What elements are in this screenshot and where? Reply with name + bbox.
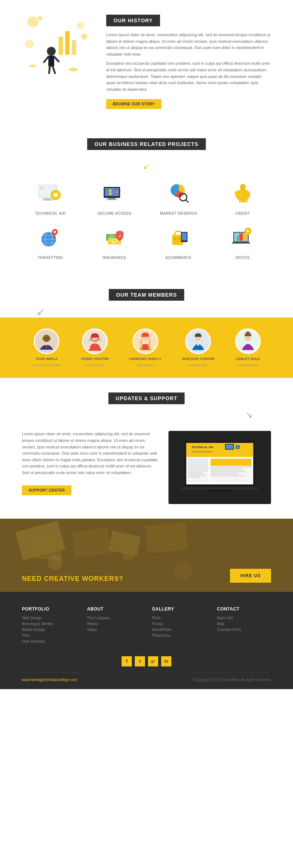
footer-link-company[interactable]: The Company bbox=[87, 616, 141, 620]
projects-grid: TECHNICAL AID SECURE bbox=[22, 179, 271, 260]
footer-col-gallery: GALLERY Flickr Picasa iStockPhoto PhotoD… bbox=[152, 606, 206, 645]
svg-point-3 bbox=[25, 40, 34, 48]
svg-point-135 bbox=[123, 550, 134, 561]
svg-rect-114 bbox=[188, 459, 208, 469]
office-icon bbox=[228, 223, 257, 252]
market-research-label: MARKET RESERCH bbox=[160, 211, 197, 215]
footer-about-title: ABOUT bbox=[87, 606, 141, 612]
social-linkedin[interactable]: in bbox=[161, 656, 171, 666]
project-ecommerce: ECOMMERCE bbox=[150, 223, 207, 260]
creative-banner-text: NEED CREATIVE WORKERS? bbox=[22, 575, 123, 583]
credit-label: CREDIT bbox=[235, 211, 250, 215]
svg-rect-125 bbox=[211, 475, 244, 477]
svg-point-134 bbox=[48, 555, 62, 570]
footer-link-photodune[interactable]: PhotoDune bbox=[152, 634, 206, 638]
svg-point-28 bbox=[109, 189, 112, 192]
targeting-label: TARGETTING bbox=[38, 256, 63, 260]
member-1-name: PENNY HUSTON bbox=[81, 357, 109, 361]
footer-link-mobile[interactable]: Mobile Design bbox=[22, 628, 76, 632]
svg-rect-38 bbox=[244, 200, 245, 203]
footer-col-about: ABOUT The Company History Vision bbox=[87, 606, 141, 645]
footer-link-history[interactable]: History bbox=[87, 622, 141, 626]
project-targeting: TARGETTING bbox=[22, 223, 79, 260]
updates-text: Lorem ipsum dolor sit amet, consectetur … bbox=[22, 431, 157, 504]
svg-rect-6 bbox=[65, 31, 70, 55]
browse-story-button[interactable]: BROWSE OUR STORY bbox=[106, 99, 162, 109]
project-office: OFFICE bbox=[214, 223, 271, 260]
team-title: OUR TEAM MEMBERS bbox=[109, 289, 184, 301]
svg-text:✓: ✓ bbox=[118, 234, 121, 238]
avatar-sheldon-copper bbox=[185, 328, 211, 354]
member-4-name: ASHLEY DOLE bbox=[235, 357, 260, 361]
svg-rect-126 bbox=[181, 487, 259, 490]
member-4-role: MANAGEMENT bbox=[237, 364, 259, 367]
footer-link-map[interactable]: Map bbox=[217, 622, 271, 626]
footer-link-branding[interactable]: Branding & Identity bbox=[22, 622, 76, 626]
footer-link-web-design[interactable]: Web Design bbox=[22, 616, 76, 620]
footer-link-basic-info[interactable]: Basic Info bbox=[217, 616, 271, 620]
svg-rect-131 bbox=[72, 527, 112, 558]
footer-link-contact-form[interactable]: Conctact Form bbox=[217, 628, 271, 632]
svg-line-10 bbox=[44, 57, 48, 62]
svg-text:TECHNICAL AID: TECHNICAL AID bbox=[192, 446, 214, 449]
footer-link-istock[interactable]: iStockPhoto bbox=[152, 628, 206, 632]
project-technical-aid: TECHNICAL AID bbox=[22, 179, 79, 215]
support-center-button[interactable]: SUPPORT CENTER bbox=[22, 485, 71, 495]
footer-link-print[interactable]: Print bbox=[22, 634, 76, 638]
social-facebook[interactable]: f bbox=[122, 656, 132, 666]
technical-aid-label: TECHNICAL AID bbox=[35, 211, 66, 215]
svg-point-14 bbox=[69, 68, 78, 71]
footer-link-ui[interactable]: User Interface bbox=[22, 639, 76, 643]
footer-link-vision[interactable]: Vision bbox=[87, 628, 141, 632]
updates-laptop-image: TECHNICAL AID APP DEVELOPMENT bbox=[168, 431, 271, 504]
svg-rect-123 bbox=[211, 471, 246, 472]
social-twitter[interactable]: t bbox=[135, 656, 145, 666]
team-member-4: ASHLEY DOLE MANAGEMENT bbox=[235, 328, 261, 367]
footer-portfolio-title: PORTFOLIO bbox=[22, 606, 76, 612]
svg-point-36 bbox=[246, 191, 250, 195]
footer-link-picasa[interactable]: Picasa bbox=[152, 622, 206, 626]
svg-rect-39 bbox=[239, 200, 241, 202]
svg-rect-116 bbox=[188, 472, 202, 474]
svg-point-31 bbox=[116, 191, 117, 192]
member-3-role: MARKETING bbox=[189, 364, 207, 367]
team-section: OUR TEAM MEMBERS ↙ bbox=[0, 274, 293, 317]
footer-url: www.heritagechristiancollege.com bbox=[22, 678, 77, 682]
svg-point-2 bbox=[81, 34, 87, 40]
technical-aid-icon bbox=[36, 179, 65, 208]
avatar-penny-huston bbox=[82, 328, 108, 354]
history-svg bbox=[22, 15, 95, 80]
updates-arrow-decoration: ↘ bbox=[22, 410, 253, 420]
svg-rect-5 bbox=[59, 37, 63, 55]
svg-line-13 bbox=[53, 67, 55, 73]
svg-rect-78 bbox=[237, 236, 238, 241]
svg-rect-106 bbox=[186, 443, 253, 457]
project-credit: $ CREDIT bbox=[214, 179, 271, 215]
projects-section: OUR BUSINESS RELATED PROJECTS ↙ TECHNICA… bbox=[0, 124, 293, 274]
svg-point-70 bbox=[184, 240, 185, 241]
svg-rect-76 bbox=[243, 233, 246, 241]
hire-us-button[interactable]: HIRE US bbox=[230, 569, 271, 583]
projects-title: OUR BUSINESS RELATED PROJECTS bbox=[87, 138, 206, 150]
team-arrow-decoration: ↙ bbox=[37, 306, 271, 317]
social-googleplus[interactable]: g+ bbox=[148, 656, 158, 666]
history-title: OUR HISTORY bbox=[106, 15, 160, 26]
footer-gallery-title: GALLERY bbox=[152, 606, 206, 612]
updates-para: Lorem ipsum dolor sit amet, consectetur … bbox=[22, 431, 157, 476]
avatar-syed-miraj bbox=[34, 328, 59, 354]
creative-banner: NEED CREATIVE WORKERS? HIRE US bbox=[0, 519, 293, 592]
credit-icon: $ bbox=[228, 179, 257, 208]
svg-line-11 bbox=[54, 57, 59, 61]
footer-link-flickr[interactable]: Flickr bbox=[152, 616, 206, 620]
footer-col-portfolio: PORTFOLIO Web Design Branding & Identity… bbox=[22, 606, 76, 645]
svg-point-46 bbox=[235, 192, 237, 194]
footer-contact-title: CONTACT bbox=[217, 606, 271, 612]
svg-point-53 bbox=[54, 231, 56, 233]
svg-rect-117 bbox=[188, 474, 205, 476]
projects-arrow: ↙ bbox=[22, 161, 271, 171]
updates-title: UPDATES & SUPPORT bbox=[108, 392, 185, 404]
svg-rect-124 bbox=[211, 473, 239, 474]
team-member-1: PENNY HUSTON DEVELOPER bbox=[81, 328, 109, 367]
svg-rect-127 bbox=[206, 490, 234, 491]
svg-rect-65 bbox=[174, 237, 177, 240]
